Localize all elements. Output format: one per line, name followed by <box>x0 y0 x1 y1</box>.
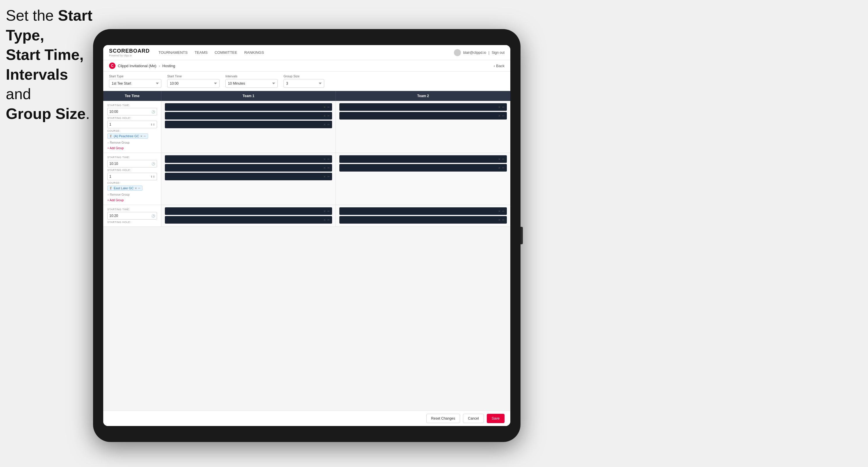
starting-time-input-3[interactable]: 10:20 🕐 <box>107 212 157 220</box>
save-button[interactable]: Save <box>487 414 504 423</box>
starting-hole-input-1[interactable]: 1 ⬆⬇ <box>107 121 157 128</box>
navbar: SCOREBOARD Powered by clipp.ie TOURNAMEN… <box>103 45 510 60</box>
player-remove[interactable]: ✕ <box>498 166 500 169</box>
group-size-group: Group Size 3 <box>283 74 324 88</box>
breadcrumb-separator: › <box>159 64 160 68</box>
starting-time-input-2[interactable]: 10:10 🕐 <box>107 160 157 167</box>
intervals-select[interactable]: 10 Minutes <box>225 79 278 88</box>
player-row: ✕ ✏ <box>165 103 332 111</box>
breadcrumb-bar: C Clippd Invitational (Me) › Hosting ‹ B… <box>103 60 510 71</box>
nav-separator: | <box>489 51 489 55</box>
team1-col-2: ✕ ✏ ✕ ✏ ✕ ✏ <box>161 153 336 205</box>
player-edit[interactable]: ✏ <box>328 105 330 109</box>
player-row: ✕ ✏ <box>165 121 332 128</box>
player-remove[interactable]: ✕ <box>323 105 326 109</box>
player-edit[interactable]: ✏ <box>328 210 330 213</box>
sign-out-link[interactable]: Sign out <box>492 51 504 55</box>
nav-rankings[interactable]: RANKINGS <box>244 49 264 56</box>
team1-col-3: ✕ ✏ ✕ ✏ <box>161 205 336 226</box>
nav-committee[interactable]: COMMITTEE <box>215 49 237 56</box>
tournament-name[interactable]: Clippd Invitational (Me) <box>118 64 156 68</box>
player-edit[interactable]: ✏ <box>502 210 504 213</box>
starting-hole-label-3: STARTING HOLE: <box>107 221 157 224</box>
course-edit-1[interactable]: ✏ <box>144 135 146 138</box>
left-panel-2: STARTING TIME: 10:10 🕐 STARTING HOLE: 1 … <box>103 153 161 205</box>
player-remove[interactable]: ✕ <box>498 114 500 118</box>
starting-time-label-3: STARTING TIME: <box>107 208 157 211</box>
back-button[interactable]: ‹ Back <box>494 64 504 68</box>
player-edit[interactable]: ✏ <box>328 166 330 169</box>
player-remove[interactable]: ✕ <box>323 166 326 169</box>
player-edit[interactable]: ✏ <box>328 123 330 126</box>
intervals-group: Intervals 10 Minutes <box>225 74 278 88</box>
player-edit[interactable]: ✏ <box>328 114 330 118</box>
player-remove[interactable]: ✕ <box>323 158 326 161</box>
player-edit[interactable]: ✏ <box>328 218 330 222</box>
group-row-2: STARTING TIME: 10:10 🕐 STARTING HOLE: 1 … <box>103 153 510 205</box>
player-row: ✕ ✏ <box>339 155 507 163</box>
header-team1: Team 1 <box>161 91 336 101</box>
player-row: ✕ ✏ <box>165 164 332 172</box>
player-row: ✕ ✏ <box>339 207 507 215</box>
group-row-1: STARTING TIME: 10:00 🕐 STARTING HOLE: 1 … <box>103 101 510 153</box>
player-remove[interactable]: ✕ <box>498 218 500 222</box>
tournament-icon: C <box>109 63 116 69</box>
starting-hole-input-2[interactable]: 1 ⬆⬇ <box>107 173 157 180</box>
player-remove[interactable]: ✕ <box>323 175 326 178</box>
logo-sub: Powered by clipp.ie <box>109 54 150 57</box>
starting-time-input-1[interactable]: 10:00 🕐 <box>107 108 157 116</box>
player-remove[interactable]: ✕ <box>323 218 326 222</box>
nav-tournaments[interactable]: TOURNAMENTS <box>158 49 188 56</box>
starting-hole-label-2: STARTING HOLE: <box>107 169 157 172</box>
player-remove[interactable]: ✕ <box>323 210 326 213</box>
player-row: ✕ ✏ <box>339 103 507 111</box>
remove-group-2[interactable]: ○ Remove Group <box>107 193 157 196</box>
add-group-1[interactable]: + Add Group <box>107 147 157 150</box>
player-edit[interactable]: ✏ <box>502 218 504 222</box>
course-edit-2[interactable]: ✏ <box>138 187 141 190</box>
start-time-select[interactable]: 10:00 <box>167 79 220 88</box>
left-panel-1: STARTING TIME: 10:00 🕐 STARTING HOLE: 1 … <box>103 101 161 153</box>
course-remove-1[interactable]: ✕ <box>140 135 143 138</box>
avatar <box>454 49 461 56</box>
instruction-text: Set the Start Type, Start Time, Interval… <box>6 6 93 124</box>
player-remove[interactable]: ✕ <box>498 105 500 109</box>
player-remove[interactable]: ✕ <box>323 114 326 118</box>
user-email: blair@clippd.io <box>463 51 486 55</box>
team1-col-1: ✕ ✏ ✕ ✏ ✕ ✏ <box>161 101 336 153</box>
player-edit[interactable]: ✏ <box>502 158 504 161</box>
reset-button[interactable]: Reset Changes <box>426 414 460 423</box>
player-edit[interactable]: ✏ <box>328 158 330 161</box>
player-remove[interactable]: ✕ <box>498 158 500 161</box>
tablet-side-button <box>521 227 523 244</box>
remove-group-1[interactable]: ○ Remove Group <box>107 141 157 144</box>
player-edit[interactable]: ✏ <box>502 105 504 109</box>
cancel-button[interactable]: Cancel <box>463 414 484 423</box>
group-size-label: Group Size <box>283 74 324 78</box>
start-type-select[interactable]: 1st Tee Start <box>109 79 161 88</box>
settings-row: Start Type 1st Tee Start Start Time 10:0… <box>103 71 510 91</box>
player-edit[interactable]: ✏ <box>328 175 330 178</box>
course-tag-1: 🏌 (A) Peachtree GC ✕ ✏ <box>107 133 148 139</box>
player-remove[interactable]: ✕ <box>498 210 500 213</box>
player-row: ✕ ✏ <box>165 112 332 120</box>
nav-teams[interactable]: TEAMS <box>194 49 208 56</box>
table-header: Tee Time Team 1 Team 2 <box>103 91 510 101</box>
player-edit[interactable]: ✏ <box>502 114 504 118</box>
tablet-device: SCOREBOARD Powered by clipp.ie TOURNAMEN… <box>93 29 521 442</box>
player-row: ✕ ✏ <box>339 112 507 120</box>
group-row-3: STARTING TIME: 10:20 🕐 STARTING HOLE: ✕ … <box>103 205 510 227</box>
course-remove-2[interactable]: ✕ <box>135 187 137 190</box>
player-edit[interactable]: ✏ <box>502 166 504 169</box>
logo-text: SCOREBOARD <box>109 48 150 54</box>
course-row-2: 🏌 East Lake GC ✕ ✏ <box>107 186 157 191</box>
group-size-select[interactable]: 3 <box>283 79 324 88</box>
intervals-label: Intervals <box>225 74 278 78</box>
add-group-2[interactable]: + Add Group <box>107 198 157 202</box>
player-remove[interactable]: ✕ <box>323 123 326 126</box>
player-row: ✕ ✏ <box>339 164 507 172</box>
team2-col-1: ✕ ✏ ✕ ✏ <box>336 101 510 153</box>
player-row: ✕ ✏ <box>165 173 332 180</box>
header-team2: Team 2 <box>336 91 510 101</box>
header-tee-time: Tee Time <box>103 91 161 101</box>
